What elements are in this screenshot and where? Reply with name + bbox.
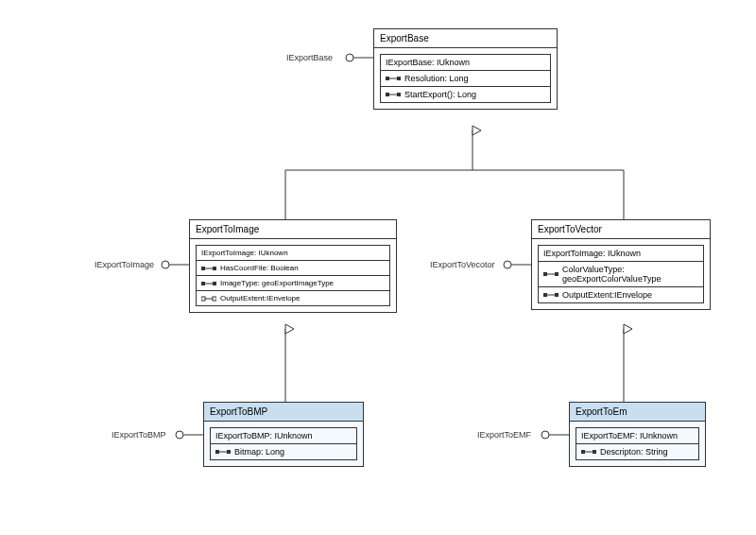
compartment-header: IExportBase: IUknown xyxy=(381,55,550,70)
svg-rect-14 xyxy=(201,267,205,270)
class-export-base[interactable]: ExportBase IExportBase: IUknown Resoluti… xyxy=(373,28,558,110)
class-export-to-vector[interactable]: ExportToVector IExportToImage: IUknown C… xyxy=(531,219,711,310)
svg-rect-39 xyxy=(585,452,593,453)
class-export-to-bmp[interactable]: ExportToBMP IExportToBMP: IUnknown Bitma… xyxy=(203,402,364,467)
lollipop-icon xyxy=(503,260,531,269)
svg-rect-38 xyxy=(581,450,585,454)
svg-rect-25 xyxy=(543,272,547,276)
svg-rect-19 xyxy=(213,282,216,285)
svg-rect-29 xyxy=(547,295,555,296)
svg-rect-8 xyxy=(397,77,401,80)
svg-point-41 xyxy=(541,431,549,439)
svg-rect-17 xyxy=(201,282,205,285)
interface-label: IExportToImage xyxy=(94,260,154,269)
class-title: ExportToVector xyxy=(532,220,710,239)
class-title: ExportBase xyxy=(374,29,557,48)
property-icon xyxy=(386,75,401,82)
svg-rect-28 xyxy=(543,293,547,297)
svg-rect-27 xyxy=(555,272,558,276)
property-icon xyxy=(215,448,231,456)
property-icon xyxy=(543,291,558,299)
lollipop-icon xyxy=(541,430,569,440)
compartment-header: IExportToImage: IUknown xyxy=(197,246,389,260)
interface-label: IExportBase xyxy=(286,53,333,62)
svg-rect-7 xyxy=(389,78,397,79)
svg-rect-35 xyxy=(227,450,231,454)
class-title: ExportToImage xyxy=(190,220,396,239)
svg-rect-18 xyxy=(205,283,213,284)
svg-rect-20 xyxy=(201,297,205,301)
svg-rect-30 xyxy=(555,293,558,297)
property-icon xyxy=(581,448,596,456)
property-icon xyxy=(386,91,401,98)
svg-point-23 xyxy=(162,261,169,268)
compartment-header: IExportToEMF: IUnknown xyxy=(576,428,698,443)
interface-label: IExportToBMP xyxy=(112,430,166,440)
interface-label: IExportToVecotor xyxy=(430,260,495,269)
member: ImageType: geoExportImageType xyxy=(197,275,389,290)
svg-rect-10 xyxy=(389,95,397,95)
svg-rect-26 xyxy=(547,274,555,275)
class-title: ExportToEm xyxy=(570,403,705,422)
compartment-header: IExportToBMP: IUnknown xyxy=(211,428,356,443)
property-icon xyxy=(543,270,558,278)
svg-rect-15 xyxy=(205,268,213,268)
member: HasCoordFile: Boolean xyxy=(197,261,389,275)
member: Resolution: Long xyxy=(381,71,550,86)
svg-point-12 xyxy=(346,54,353,61)
lollipop-icon xyxy=(161,260,189,269)
class-export-to-image[interactable]: ExportToImage IExportToImage: IUknown Ha… xyxy=(189,219,397,313)
svg-rect-21 xyxy=(205,298,213,299)
lollipop-icon xyxy=(345,53,373,62)
svg-rect-34 xyxy=(219,452,227,453)
member: ColorValueType: geoExportColorValueType xyxy=(539,262,703,286)
interface-label: IExportToEMF xyxy=(477,430,531,440)
property-icon xyxy=(201,265,216,272)
property-readonly-icon xyxy=(201,295,216,302)
svg-point-31 xyxy=(504,261,511,268)
svg-rect-22 xyxy=(213,297,216,301)
svg-rect-16 xyxy=(213,267,216,270)
svg-point-36 xyxy=(176,431,183,439)
svg-rect-6 xyxy=(386,77,389,80)
lollipop-icon xyxy=(175,430,203,440)
compartment-header: IExportToImage: IUknown xyxy=(539,246,703,261)
member: StartExport(): Long xyxy=(381,86,550,102)
member: Descripton: String xyxy=(576,444,698,459)
class-title: ExportToBMP xyxy=(204,403,363,422)
svg-rect-33 xyxy=(215,450,219,454)
svg-rect-11 xyxy=(397,93,401,96)
class-export-to-em[interactable]: ExportToEm IExportToEMF: IUnknown Descri… xyxy=(569,402,706,467)
property-icon xyxy=(201,280,216,287)
svg-rect-9 xyxy=(386,93,389,96)
member: OutputExtent:IEnvelope xyxy=(539,286,703,302)
member: OutputExtent:IEnvelope xyxy=(197,290,389,305)
svg-rect-40 xyxy=(593,450,596,454)
member: Bitmap: Long xyxy=(211,444,356,459)
